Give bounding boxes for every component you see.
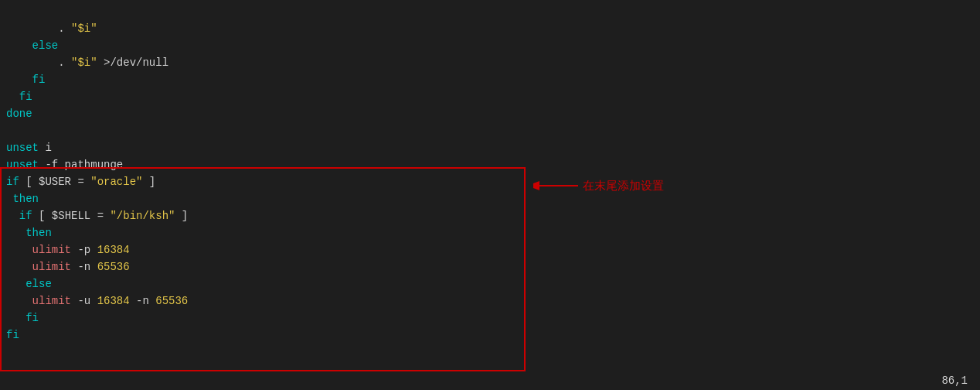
code-line [0,122,980,139]
cursor-position: 86,1 [941,375,968,387]
code-line: then [0,224,980,241]
code-line: if [ $SHELL = "/bin/ksh" ] [0,207,980,224]
code-line: fi [0,71,980,88]
status-bar: 86,1 [929,371,980,390]
code-line: fi [0,310,980,327]
code-line: ulimit -u 16384 -n 65536 [0,292,980,310]
code-line: else [0,275,980,292]
code-line: . "$i" >/dev/null [0,54,980,71]
annotation-text: 在末尾添加设置 [583,179,664,193]
code-line: ulimit -p 16384 [0,241,980,258]
code-line: done [0,105,980,122]
arrow-icon [533,176,580,195]
code-line: else [0,37,980,54]
code-line: ulimit -n 65536 [0,258,980,275]
code-line: fi [0,327,980,344]
code-line: . "$i" [0,20,980,37]
annotation-callout: 在末尾添加设置 [533,176,664,195]
code-line: fi [0,88,980,105]
code-editor: . "$i" else . "$i" >/dev/null fi fidone … [0,0,980,364]
code-line: if [ $USER = "oracle" ] [0,173,980,190]
code-line [0,344,980,361]
code-line: unset -f pathmunge [0,156,980,173]
code-line: unset i [0,139,980,156]
code-line: then [0,190,980,207]
